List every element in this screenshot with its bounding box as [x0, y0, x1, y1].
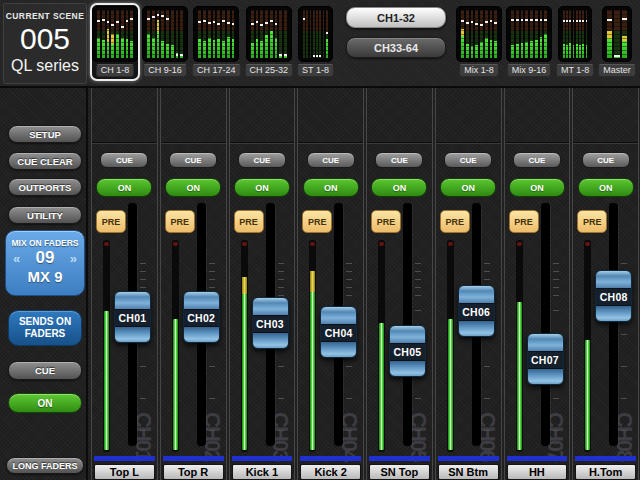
fader-knob[interactable]: CH03: [252, 297, 289, 349]
mix-next-button[interactable]: »: [70, 251, 77, 266]
bank-button-ch33-64[interactable]: CH33-64: [346, 37, 446, 58]
fader-knob[interactable]: CH07: [527, 333, 564, 385]
mini-meter: [152, 10, 155, 58]
fader-scale-tick: [346, 279, 352, 280]
meter-block-ch-9-16[interactable]: CH 9-16: [140, 3, 190, 81]
on-button[interactable]: ON: [165, 178, 221, 197]
pre-badge[interactable]: PRE: [302, 210, 332, 233]
fader-slot[interactable]: [541, 203, 550, 446]
fader-slot[interactable]: [609, 203, 618, 446]
fader-knob-label: CH01: [115, 309, 150, 327]
pre-badge[interactable]: PRE: [234, 210, 264, 233]
channel-color-bar: [163, 456, 224, 461]
fader-scale-tick: [209, 271, 215, 272]
mini-meter: [566, 10, 568, 58]
meter-fill: [173, 319, 178, 450]
mini-meter: [516, 10, 519, 58]
pre-badge[interactable]: PRE: [371, 210, 401, 233]
channel-name[interactable]: Top L: [94, 464, 155, 480]
fader-scale-tick: [278, 366, 284, 367]
sidebar-item-utility[interactable]: UTILITY: [8, 206, 82, 224]
fader-knob[interactable]: CH06: [458, 285, 495, 337]
fader-scale-tick: [209, 287, 215, 288]
channel-name[interactable]: HH: [507, 464, 568, 480]
mini-meter: [511, 10, 514, 58]
cue-button[interactable]: CUE: [307, 152, 355, 168]
meter-block-st-1-8[interactable]: ST 1-8: [295, 3, 336, 81]
sidebar-on-button[interactable]: ON: [8, 393, 82, 413]
meter-block-meters: [246, 6, 292, 62]
on-button[interactable]: ON: [578, 178, 634, 197]
channel-name[interactable]: Kick 1: [232, 464, 293, 480]
meter-block-ch-17-24[interactable]: CH 17-24: [190, 3, 243, 81]
pre-badge[interactable]: PRE: [440, 210, 470, 233]
pre-badge[interactable]: PRE: [577, 210, 607, 233]
channel-name[interactable]: SN Top: [369, 464, 430, 480]
mini-meter: [323, 10, 325, 58]
cue-button[interactable]: CUE: [513, 152, 561, 168]
meter-block-ch-1-8[interactable]: CH 1-8: [90, 3, 140, 81]
mini-meter: [166, 10, 169, 58]
pre-badge[interactable]: PRE: [165, 210, 195, 233]
channel-name[interactable]: H.Tom: [575, 464, 636, 480]
fader-scale-tick: [415, 310, 421, 311]
fader-knob[interactable]: CH08: [595, 270, 632, 322]
channel-name[interactable]: SN Btm: [438, 464, 499, 480]
on-button[interactable]: ON: [96, 178, 152, 197]
channel-color-bar: [438, 456, 499, 461]
fader-scale-tick: [278, 287, 284, 288]
mix-on-faders-panel[interactable]: MIX ON FADERS « 09 » MX 9: [5, 230, 85, 296]
fader-knob[interactable]: CH01: [114, 291, 151, 343]
sidebar-item-outports[interactable]: OUTPORTS: [8, 178, 82, 196]
on-button[interactable]: ON: [440, 178, 496, 197]
mini-meter: [582, 10, 584, 58]
mini-meter: [316, 10, 318, 58]
mini-meter: [198, 10, 201, 58]
channel-meter: [378, 240, 385, 452]
cue-button[interactable]: CUE: [582, 152, 630, 168]
cue-button[interactable]: CUE: [375, 152, 423, 168]
sidebar-item-cue-clear[interactable]: CUE CLEAR: [8, 152, 82, 170]
sidebar-item-setup[interactable]: SETUP: [8, 125, 82, 143]
sidebar: SETUP CUE CLEAR OUTPORTS UTILITY MIX ON …: [0, 88, 88, 480]
meter-fill: [379, 323, 384, 450]
on-button[interactable]: ON: [234, 178, 290, 197]
cue-button[interactable]: CUE: [100, 152, 148, 168]
on-button[interactable]: ON: [371, 178, 427, 197]
mini-meter: [310, 10, 312, 58]
fader-scale-tick: [484, 398, 490, 399]
meter-block-mix-9-16[interactable]: Mix 9-16: [504, 3, 554, 81]
long-faders-button[interactable]: LONG FADERS: [6, 457, 84, 474]
on-button[interactable]: ON: [509, 178, 565, 197]
bank-button-ch1-32[interactable]: CH1-32: [346, 7, 446, 28]
cue-button[interactable]: CUE: [238, 152, 286, 168]
fader-knob[interactable]: CH02: [183, 291, 220, 343]
sidebar-cue-button[interactable]: CUE: [8, 361, 82, 380]
pre-badge[interactable]: PRE: [509, 210, 539, 233]
meter-block-meters: [193, 6, 239, 62]
sends-on-faders-button[interactable]: SENDS ON FADERS: [8, 310, 82, 346]
scene-display[interactable]: CURRENT SCENE 005 QL series: [3, 3, 87, 84]
fader-scale-tick: [278, 271, 284, 272]
cue-button[interactable]: CUE: [169, 152, 217, 168]
meter-block-meters: [92, 6, 138, 62]
fader-knob[interactable]: CH05: [389, 325, 426, 377]
channel-name[interactable]: Top R: [163, 464, 224, 480]
mini-meter: [265, 10, 268, 58]
channel-name[interactable]: Kick 2: [300, 464, 361, 480]
mix-prev-button[interactable]: «: [13, 251, 20, 266]
fader-scale-tick: [553, 263, 559, 264]
meter-block-label: MT 1-8: [556, 64, 594, 77]
channel-meter: [447, 240, 454, 452]
mini-meter: [569, 10, 571, 58]
meter-block-mix-1-8[interactable]: Mix 1-8: [454, 3, 504, 81]
fader-knob[interactable]: CH04: [320, 306, 357, 358]
fader-scale-tick: [278, 430, 284, 431]
pre-badge[interactable]: PRE: [96, 210, 126, 233]
meter-block-master[interactable]: Master: [596, 3, 638, 81]
cue-button[interactable]: CUE: [444, 152, 492, 168]
meter-block-ch-25-32[interactable]: CH 25-32: [243, 3, 296, 81]
meter-block-mt-1-8[interactable]: MT 1-8: [554, 3, 596, 81]
mini-meter: [306, 10, 308, 58]
on-button[interactable]: ON: [303, 178, 359, 197]
